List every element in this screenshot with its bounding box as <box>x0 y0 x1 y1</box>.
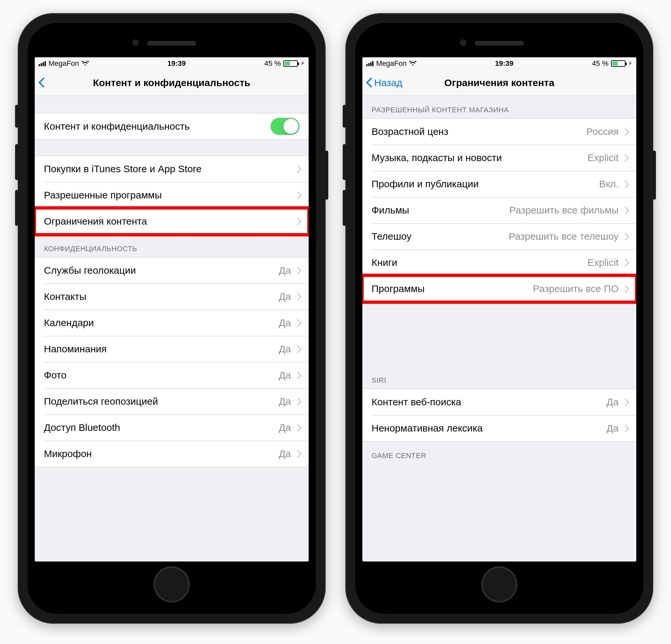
carrier-label: MegaFon <box>49 59 79 68</box>
list-item[interactable]: МикрофонДа <box>35 441 309 467</box>
status-bar: MegaFon 19:39 45 % ⚡︎ <box>362 57 636 70</box>
row-value: Разрешить все ПО <box>533 283 619 294</box>
back-button[interactable]: Назад <box>366 77 402 89</box>
row-label: Телешоу <box>371 231 509 242</box>
chevron-left-icon <box>366 77 373 89</box>
chevron-right-icon <box>622 398 627 406</box>
charging-icon: ⚡︎ <box>301 60 305 67</box>
row-value: Вкл. <box>599 178 619 190</box>
row-label: Музыка, подкасты и новости <box>371 152 587 163</box>
wifi-icon <box>81 61 89 66</box>
phone-right: MegaFon 19:39 45 % ⚡︎ Назад Ог <box>345 13 653 624</box>
row-label: Напоминания <box>44 344 279 355</box>
row-label: Календари <box>44 317 279 329</box>
row-label: Контент и конфиденциальность <box>44 121 271 132</box>
list-item[interactable]: Музыка, подкасты и новостиExplicit <box>362 145 636 171</box>
list-item[interactable]: Возрастной цензРоссия <box>362 118 636 145</box>
list-item[interactable]: ФильмыРазрешить все фильмы <box>362 197 636 223</box>
list-item[interactable]: НапоминанияДа <box>35 336 309 362</box>
siri-section-header: SIRI <box>362 371 636 389</box>
mute-switch <box>15 105 18 128</box>
privacy-group: Службы геолокацииДаКонтактыДаКалендариДа… <box>35 257 309 467</box>
list-item[interactable]: Разрешенные программы <box>35 182 309 208</box>
toggle-on[interactable] <box>271 118 300 135</box>
list-item[interactable]: Покупки в iTunes Store и App Store <box>35 156 309 182</box>
row-value: Да <box>279 370 291 381</box>
store-section-header: РАЗРЕШЕННЫЙ КОНТЕНТ МАГАЗИНА <box>362 96 636 118</box>
store-group: Возрастной цензРоссияМузыка, подкасты и … <box>362 118 636 302</box>
list-item[interactable]: Доступ BluetoothДа <box>35 414 309 441</box>
home-button[interactable] <box>154 566 190 602</box>
settings-group: Покупки в iTunes Store и App StoreРазреш… <box>35 155 309 235</box>
page-title: Ограничения контента <box>444 77 554 88</box>
row-label: Программы <box>371 283 533 294</box>
list-item[interactable]: КалендариДа <box>35 310 309 336</box>
list-item[interactable]: Поделиться геопозициейДа <box>35 388 309 414</box>
list-item[interactable]: ФотоДа <box>35 362 309 388</box>
row-label: Возрастной ценз <box>371 126 586 137</box>
list-item[interactable]: ПрограммыРазрешить все ПО <box>362 276 636 302</box>
content-privacy-toggle-row[interactable]: Контент и конфиденциальность <box>35 113 309 140</box>
back-button[interactable] <box>38 77 45 89</box>
gamecenter-section-header: GAME CENTER <box>362 442 636 464</box>
carrier-label: MegaFon <box>376 59 407 68</box>
section-spacer <box>35 96 309 113</box>
list-item[interactable]: КнигиExplicit <box>362 249 636 276</box>
list-item[interactable]: Профили и публикацииВкл. <box>362 171 636 197</box>
row-label: Доступ Bluetooth <box>44 422 279 433</box>
chevron-right-icon <box>295 293 300 300</box>
chevron-left-icon <box>38 77 45 89</box>
status-time: 19:39 <box>495 59 514 68</box>
volume-up-button <box>15 144 18 180</box>
row-value: Explicit <box>587 257 619 268</box>
row-value: Да <box>279 317 291 329</box>
list-item[interactable]: ТелешоуРазрешить все телешоу <box>362 223 636 249</box>
chevron-right-icon <box>295 398 300 405</box>
list-item[interactable]: Ограничения контента <box>35 208 309 234</box>
row-value: Да <box>279 265 291 276</box>
section-spacer <box>362 302 636 371</box>
home-button[interactable] <box>481 566 517 602</box>
privacy-section-header: КОНФИДЕНЦИАЛЬНОСТЬ <box>35 235 309 257</box>
chevron-right-icon <box>622 259 627 267</box>
chevron-right-icon <box>295 345 300 353</box>
earpiece <box>475 41 524 46</box>
volume-up-button <box>343 144 346 180</box>
row-label: Покупки в iTunes Store и App Store <box>44 163 295 175</box>
row-label: Ограничения контента <box>44 216 295 227</box>
row-label: Разрешенные программы <box>44 190 295 201</box>
row-label: Книги <box>371 257 587 268</box>
row-label: Ненормативная лексика <box>371 423 606 434</box>
battery-icon <box>611 60 625 67</box>
status-time: 19:39 <box>167 59 186 68</box>
page-title: Контент и конфиденциальность <box>93 77 251 88</box>
power-button <box>325 151 328 200</box>
battery-icon <box>283 60 298 67</box>
row-label: Службы геолокации <box>44 265 279 276</box>
row-value: Да <box>279 448 291 459</box>
row-value: Да <box>606 423 619 434</box>
list-item[interactable]: Ненормативная лексикаДа <box>362 415 636 441</box>
mute-switch <box>343 105 346 128</box>
section-spacer <box>35 140 309 155</box>
chevron-right-icon <box>622 154 627 162</box>
screen-left: MegaFon 19:39 45 % ⚡︎ Контент и конфиден <box>35 57 309 562</box>
list-item[interactable]: Контент веб-поискаДа <box>362 389 636 415</box>
list-item[interactable]: КонтактыДа <box>35 284 309 310</box>
phone-left: MegaFon 19:39 45 % ⚡︎ Контент и конфиден <box>18 13 326 624</box>
row-value: Да <box>279 344 291 355</box>
row-value: Да <box>279 291 291 302</box>
row-value: Россия <box>586 126 619 137</box>
volume-down-button <box>343 190 346 226</box>
chevron-right-icon <box>295 319 300 327</box>
row-label: Фильмы <box>371 205 509 216</box>
row-label: Микрофон <box>44 448 279 459</box>
chevron-right-icon <box>622 424 627 432</box>
row-label: Профили и публикации <box>371 178 599 190</box>
chevron-right-icon <box>295 267 300 274</box>
row-value: Да <box>279 422 291 433</box>
list-item[interactable]: Службы геолокацииДа <box>35 257 309 284</box>
chevron-right-icon <box>295 371 300 379</box>
nav-header: Назад Ограничения контента <box>362 70 636 96</box>
chevron-right-icon <box>295 191 300 199</box>
